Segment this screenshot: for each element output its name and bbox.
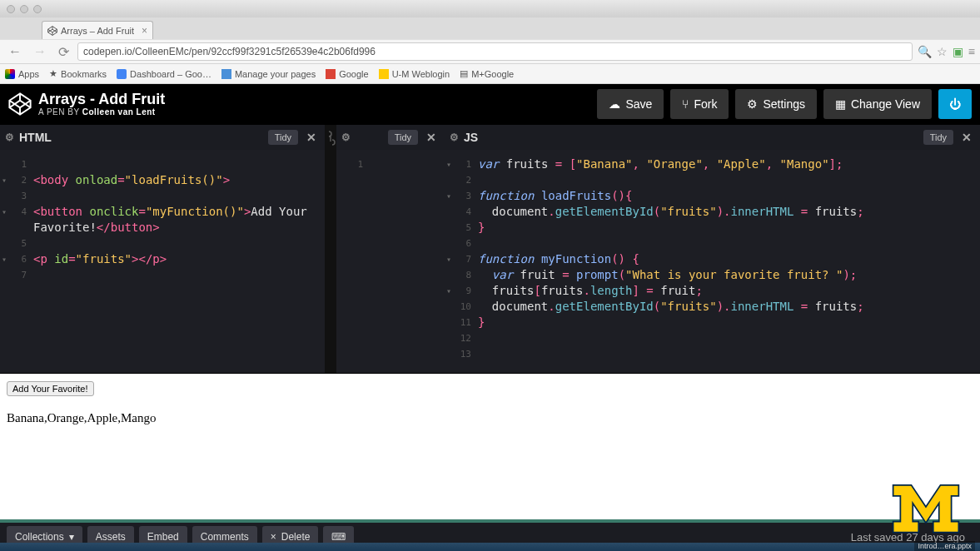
pen-author[interactable]: Colleen van Lent [82, 107, 156, 117]
button-label: Save [625, 97, 652, 111]
fork-icon: ⑂ [682, 97, 689, 111]
gutter: 1 ▾2 3 ▾4 5 ▾6 7 [0, 150, 33, 373]
pane-gear-icon[interactable]: ⚙ [450, 132, 459, 143]
nav-reload-icon[interactable]: ⟳ [55, 44, 72, 60]
add-favorite-button[interactable]: Add Your Favorite! [7, 381, 94, 396]
mac-close-dot[interactable] [7, 5, 15, 13]
css-code[interactable] [370, 150, 375, 373]
js-pane: ⚙ JS Tidy ✕ ▾1 2 ▾3 4 5 6 ▾7 8 ▾9 10 [445, 125, 980, 373]
html-code[interactable]: <body onload="loadFruits()"> <button onc… [33, 150, 312, 373]
pane-close-icon[interactable]: ✕ [958, 131, 975, 144]
zoom-icon[interactable]: 🔍 [918, 45, 932, 58]
gutter: ▾1 2 ▾3 4 5 6 ▾7 8 ▾9 10 11 12 13 [445, 150, 478, 373]
bookmark-label: Apps [18, 69, 39, 79]
power-icon: ⏻ [949, 97, 961, 111]
bookmark-label: M+Google [471, 69, 514, 79]
mac-max-dot[interactable] [33, 5, 42, 13]
bookmark-mgoogle[interactable]: ▤M+Google [460, 68, 514, 79]
fork-button[interactable]: ⑂Fork [670, 89, 729, 119]
power-button[interactable]: ⏻ [938, 89, 972, 119]
button-label: Delete [281, 531, 311, 543]
change-view-button[interactable]: ▦Change View [823, 89, 932, 119]
page-icon [221, 69, 231, 79]
layout-icon: ▦ [835, 97, 846, 111]
editor-row: ⚙ HTML Tidy ✕ 1 ▾2 3 ▾4 5 ▾6 7 <body onl… [0, 124, 980, 374]
bookmark-google[interactable]: Google [326, 69, 368, 79]
bookmarks-bar: Apps ★Bookmarks Dashboard – Goo… Manage … [0, 64, 980, 84]
browser-toolbar: ← → ⟳ codepen.io/ColleenEMc/pen/92ccf99f… [0, 39, 980, 64]
taskbar-file-label[interactable]: Introd…era.pptx [914, 541, 975, 551]
url-field[interactable]: codepen.io/ColleenEMc/pen/92ccf99f3291c5… [77, 42, 913, 61]
codepen-header: Arrays - Add Fruit A PEN BY Colleen van … [0, 84, 980, 124]
bookmark-bookmarks[interactable]: ★Bookmarks [49, 68, 107, 79]
codepen-logo-icon[interactable] [8, 92, 32, 116]
star-icon: ★ [49, 68, 57, 79]
nav-forward-icon[interactable]: → [30, 44, 50, 59]
output-frame: Add Your Favorite! Banana,Orange,Apple,M… [0, 374, 980, 519]
url-text: codepen.io/ColleenEMc/pen/92ccf99f3291c5… [83, 46, 376, 57]
pen-title: Arrays - Add Fruit [38, 92, 165, 108]
codepen-app: Arrays - Add Fruit A PEN BY Colleen van … [0, 84, 980, 551]
browser-tab-strip: Arrays – Add Fruit × [0, 17, 980, 39]
chevron-down-icon: ▾ [69, 531, 74, 543]
html-editor[interactable]: 1 ▾2 3 ▾4 5 ▾6 7 <body onload="loadFruit… [0, 150, 325, 373]
tidy-button[interactable]: Tidy [923, 130, 953, 145]
browser-tab-title: Arrays – Add Fruit [61, 26, 134, 36]
bookmark-label: Google [339, 69, 368, 79]
pane-gear-icon[interactable]: ⚙ [341, 132, 351, 143]
bookmark-label: Dashboard – Goo… [130, 69, 211, 79]
pen-byline: A PEN BY Colleen van Lent [38, 107, 165, 117]
button-label: Collections [15, 531, 64, 543]
header-actions: ☁Save ⑂Fork ⚙Settings ▦Change View ⏻ [597, 89, 972, 119]
nav-back-icon[interactable]: ← [5, 44, 25, 59]
g-icon [117, 69, 127, 79]
js-editor[interactable]: ▾1 2 ▾3 4 5 6 ▾7 8 ▾9 10 11 12 13 var fr… [445, 150, 980, 373]
shield-icon[interactable]: ▣ [953, 45, 963, 58]
tidy-button[interactable]: Tidy [388, 130, 418, 145]
cloud-icon: ☁ [609, 97, 620, 111]
pane-gear-icon[interactable]: ⚙ [5, 132, 14, 143]
tidy-button[interactable]: Tidy [268, 130, 298, 145]
bookmark-star-icon[interactable]: ☆ [937, 45, 948, 58]
html-pane: ⚙ HTML Tidy ✕ 1 ▾2 3 ▾4 5 ▾6 7 <body onl… [0, 125, 325, 373]
bookmark-apps[interactable]: Apps [5, 69, 39, 79]
button-label: Settings [763, 97, 805, 111]
gear-icon: ⚙ [747, 97, 758, 111]
codepen-favicon-icon [47, 26, 57, 36]
bookmark-label: Manage your pages [235, 69, 316, 79]
bookmark-label: U-M Weblogin [392, 69, 450, 79]
js-code[interactable]: var fruits = ["Banana", "Orange", "Apple… [478, 150, 869, 373]
css-editor[interactable]: 1 [336, 150, 445, 373]
pane-title: HTML [19, 131, 52, 144]
pane-close-icon[interactable]: ✕ [423, 131, 440, 144]
pane-title: JS [464, 131, 478, 144]
fruits-output: Banana,Orange,Apple,Mango [7, 411, 973, 425]
os-taskbar [0, 543, 980, 551]
bookmark-label: Bookmarks [61, 69, 107, 79]
mac-titlebar [0, 0, 980, 17]
bookmark-manage[interactable]: Manage your pages [221, 69, 316, 79]
link-icon [326, 130, 336, 146]
pen-title-block: Arrays - Add Fruit A PEN BY Colleen van … [38, 92, 165, 117]
css-pane: ⚙ Tidy ✕ 1 [336, 125, 445, 373]
apps-icon [5, 69, 15, 79]
css-pane-header: ⚙ Tidy ✕ [336, 125, 445, 150]
pane-close-icon[interactable]: ✕ [303, 131, 320, 144]
tab-close-icon[interactable]: × [142, 25, 147, 37]
button-label: Change View [851, 97, 920, 111]
resize-handle[interactable] [325, 125, 336, 373]
gutter: 1 [336, 150, 370, 373]
keyboard-icon: ⌨ [331, 531, 346, 543]
settings-button[interactable]: ⚙Settings [735, 89, 817, 119]
button-label: Fork [694, 97, 717, 111]
byline-prefix: A PEN BY [38, 107, 79, 117]
michigan-logo-icon [888, 478, 963, 536]
um-icon [379, 69, 389, 79]
save-button[interactable]: ☁Save [597, 89, 664, 119]
browser-tab[interactable]: Arrays – Add Fruit × [42, 21, 153, 39]
menu-icon[interactable]: ≡ [968, 45, 975, 58]
bookmark-dashboard[interactable]: Dashboard – Goo… [117, 69, 211, 79]
mac-min-dot[interactable] [20, 5, 28, 13]
html-pane-header: ⚙ HTML Tidy ✕ [0, 125, 325, 150]
bookmark-umweb[interactable]: U-M Weblogin [379, 69, 450, 79]
